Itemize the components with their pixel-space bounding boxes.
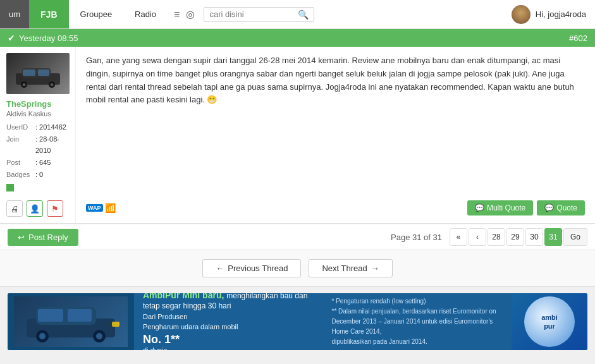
ad-logo: ambi pur bbox=[512, 293, 587, 350]
car-svg bbox=[13, 66, 63, 88]
wap-badge: WAP 📶 bbox=[86, 203, 116, 213]
flag-button[interactable]: ⚑ bbox=[47, 200, 63, 217]
add-user-button[interactable]: 👤 bbox=[27, 200, 43, 217]
user-menu[interactable]: Hi, jogja4roda bbox=[503, 5, 595, 24]
svg-rect-7 bbox=[38, 70, 49, 76]
check-icon: ✔ bbox=[8, 33, 15, 43]
page-28-button[interactable]: 28 bbox=[488, 228, 505, 246]
ad-note3: December 2013 – Januari 2014 untuk edisi… bbox=[332, 317, 505, 337]
post-container: TheSprings Aktivis Kaskus UserID : 20144… bbox=[0, 47, 595, 224]
post-timestamp: Yesterday 08:55 bbox=[19, 33, 78, 43]
svg-rect-14 bbox=[38, 309, 63, 322]
search-input[interactable] bbox=[209, 9, 298, 19]
wifi-icon: 📶 bbox=[105, 203, 116, 213]
post-reply-label: Post Reply bbox=[28, 233, 68, 242]
badge-green bbox=[6, 184, 14, 191]
speech-icon: 💬 bbox=[475, 203, 484, 212]
svg-point-11 bbox=[39, 333, 46, 339]
next-thread-label: Next Thread bbox=[322, 264, 367, 273]
nav-fjb[interactable]: FJB bbox=[29, 0, 68, 28]
user-avatar bbox=[6, 53, 70, 94]
ad-note2: ** Dalam nilai penjualan, berdasarkan ri… bbox=[332, 306, 505, 317]
multi-quote-label: Multi Quote bbox=[487, 203, 525, 212]
next-thread-button[interactable]: Next Thread → bbox=[309, 259, 392, 277]
previous-thread-label: Previous Thread bbox=[228, 264, 288, 273]
post-number: #602 bbox=[569, 33, 587, 43]
pagination-bar: ↩ Post Reply Page 31 of 31 « ‹ 28 29 30 … bbox=[0, 224, 595, 250]
ad-middle-content: AmbiPur Mini baru, menghilangkan bau dan… bbox=[134, 293, 324, 350]
search-icon[interactable]: 🔍 bbox=[298, 9, 309, 20]
ad-note4: dipublikasikan pada Januari 2014. bbox=[332, 337, 505, 347]
ambipur-logo-circle: ambi pur bbox=[524, 296, 575, 347]
user-meta-post: Post : 645 bbox=[6, 157, 69, 169]
ad-from-label: Dari Produsen bbox=[143, 313, 316, 320]
go-button[interactable]: Go bbox=[563, 228, 587, 246]
wap-icon: WAP bbox=[86, 204, 103, 212]
post-timestamp-area: ✔ Yesterday 08:55 bbox=[8, 33, 78, 43]
previous-thread-button[interactable]: ← Previous Thread bbox=[202, 259, 301, 277]
svg-rect-6 bbox=[23, 70, 35, 76]
nav-um[interactable]: um bbox=[0, 0, 29, 28]
ambipur-logo-text: ambi pur bbox=[541, 313, 558, 331]
user-role: Aktivis Kaskus bbox=[6, 110, 51, 118]
ad-from-value: Pengharum udara dalam mobil bbox=[143, 323, 316, 331]
avatar bbox=[512, 5, 531, 24]
ad-right-text: * Pengaturan rendah (low setting) ** Dal… bbox=[324, 293, 512, 350]
svg-point-5 bbox=[51, 83, 54, 87]
post-content-area: Gan, ane yang sewa dengan supir dari tan… bbox=[76, 47, 595, 223]
ad-left-image bbox=[8, 293, 134, 350]
svg-point-3 bbox=[23, 83, 26, 87]
top-navigation: um FJB Groupee Radio ≡ ◎ 🔍 Hi, jogja4rod… bbox=[0, 0, 595, 29]
username[interactable]: TheSprings bbox=[6, 99, 52, 109]
post-reply-button[interactable]: ↩ Post Reply bbox=[8, 229, 78, 246]
user-meta-userid: UserID : 2014462 bbox=[6, 121, 69, 133]
quote-label: Quote bbox=[556, 203, 577, 212]
post-header-bar: ✔ Yesterday 08:55 #602 bbox=[0, 29, 595, 47]
prev-page-button[interactable]: ‹ bbox=[469, 228, 486, 246]
username-label: Hi, jogja4roda bbox=[536, 9, 586, 19]
ad-car-svg bbox=[20, 300, 121, 344]
page-29-button[interactable]: 29 bbox=[506, 228, 524, 246]
left-arrow-icon: ← bbox=[216, 264, 224, 273]
post-footer: WAP 📶 💬 Multi Quote 💬 Quote bbox=[86, 195, 585, 215]
ad-number-suffix: di dunia bbox=[143, 346, 316, 351]
ad-note1: * Pengaturan rendah (low setting) bbox=[332, 296, 505, 306]
ad-title: AmbiPur Mini baru, menghilangkan bau dan… bbox=[143, 293, 316, 310]
thread-navigation: ← Previous Thread Next Thread → bbox=[0, 250, 595, 287]
user-meta: UserID : 2014462 Join : 28-08-2010 Post … bbox=[6, 121, 69, 195]
post-action-buttons: 💬 Multi Quote 💬 Quote bbox=[467, 200, 585, 215]
ad-number: No. 1** bbox=[143, 333, 316, 346]
post-text: Gan, ane yang sewa dengan supir dari tan… bbox=[86, 54, 585, 185]
user-meta-badges: Badges : 0 bbox=[6, 169, 69, 181]
multi-quote-button[interactable]: 💬 Multi Quote bbox=[467, 200, 533, 215]
reply-arrow-icon: ↩ bbox=[18, 233, 25, 242]
page-30-button[interactable]: 30 bbox=[525, 228, 543, 246]
page-info: Page 31 of 31 bbox=[391, 233, 442, 242]
user-sidebar: TheSprings Aktivis Kaskus UserID : 20144… bbox=[0, 47, 76, 223]
nav-radio[interactable]: Radio bbox=[123, 0, 168, 28]
right-arrow-icon: → bbox=[371, 264, 379, 273]
hamburger-icon[interactable]: ≡ bbox=[174, 9, 180, 20]
quote-speech-icon: 💬 bbox=[544, 203, 554, 212]
location-icon[interactable]: ◎ bbox=[186, 8, 195, 20]
pagination-controls: « ‹ 28 29 30 31 Go bbox=[450, 228, 587, 246]
search-box: 🔍 bbox=[204, 7, 314, 22]
user-meta-join: Join : 28-08-2010 bbox=[6, 133, 69, 157]
first-page-button[interactable]: « bbox=[450, 228, 467, 246]
nav-icons: ≡ ◎ bbox=[168, 8, 201, 20]
page-31-button[interactable]: 31 bbox=[544, 228, 562, 246]
user-actions: 🖨 👤 ⚑ bbox=[6, 200, 63, 217]
quote-button[interactable]: 💬 Quote bbox=[537, 200, 585, 215]
print-button[interactable]: 🖨 bbox=[6, 200, 23, 217]
ad-car bbox=[14, 296, 128, 347]
nav-groupee[interactable]: Groupee bbox=[69, 0, 124, 28]
svg-point-13 bbox=[96, 333, 102, 339]
svg-rect-15 bbox=[68, 309, 92, 322]
ad-banner[interactable]: AmbiPur Mini baru, menghilangkan bau dan… bbox=[8, 293, 587, 350]
svg-rect-16 bbox=[112, 322, 120, 327]
